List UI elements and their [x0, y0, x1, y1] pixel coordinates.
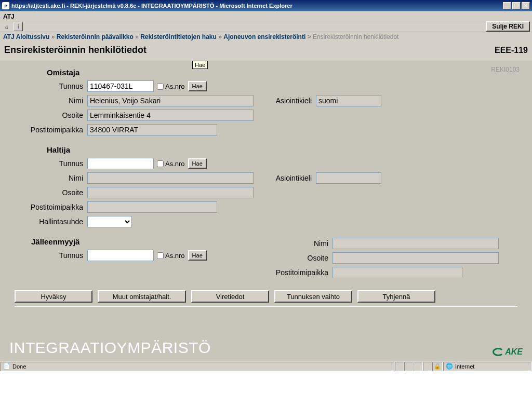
window-titlebar: e https://atjtesti.ake.fi - REKI-järjest…: [0, 0, 532, 11]
info-icon[interactable]: i: [14, 22, 23, 31]
sulje-reki-button[interactable]: Sulje REKI: [486, 21, 530, 32]
haltija-asnro-checkbox[interactable]: [157, 160, 164, 167]
page-id: EEE-119: [495, 46, 528, 55]
crumb-sep: »: [218, 33, 222, 40]
haltija-heading: Haltija: [47, 145, 522, 154]
label-osoite: Osoite: [260, 254, 332, 262]
home-icon[interactable]: ⌂: [2, 22, 11, 31]
jalleenmyyja-asnro-checkbox[interactable]: [157, 252, 164, 259]
haltija-osoite: [87, 187, 254, 198]
label-hallintasuhde: Hallintasuhde: [10, 218, 87, 226]
omistaja-hae-button[interactable]: Hae: [188, 81, 207, 91]
lock-cell: 🔒: [432, 362, 443, 371]
haltija-hallintasuhde-select[interactable]: [87, 216, 132, 227]
close-button[interactable]: ✕: [522, 2, 530, 9]
omistaja-nimi: Helenius, Veijo Sakari: [87, 95, 254, 106]
zone-text: Internet: [455, 363, 474, 370]
omistaja-tunnus-input[interactable]: [87, 80, 154, 92]
omistaja-asiointikieli: suomi: [316, 95, 381, 106]
crumb-ensirek[interactable]: Ajoneuvon ensirekisteröinti: [223, 33, 305, 40]
jalleenmyyja-heading: Jälleenmyyjä: [31, 237, 260, 246]
label-tunnus: Tunnus: [10, 82, 87, 90]
maximize-button[interactable]: ❐: [512, 2, 521, 9]
jalleenmyyja-postitoimipaikka: [332, 267, 462, 278]
globe-icon: 🌐: [446, 363, 453, 370]
label-nimi: Nimi: [10, 174, 87, 182]
haltija-hae-button[interactable]: Hae: [188, 158, 207, 169]
jalleenmyyja-osoite: [332, 252, 499, 264]
breadcrumbs: ATJ Aloitussivu » Rekisteröinnin päävali…: [0, 32, 532, 43]
crumb-aloitus[interactable]: ATJ Aloitussivu: [3, 33, 49, 40]
crumb-sep: »: [51, 33, 55, 40]
crumb-paavalikko[interactable]: Rekisteröinnin päävalikko: [57, 33, 134, 40]
label-nimi: Nimi: [10, 97, 87, 105]
section-omistaja: Omistaja Tunnus As.nro Hae Hae Nimi Hele…: [10, 68, 522, 136]
haltija-tunnus-input[interactable]: [87, 158, 154, 169]
tunnuksen-vaihto-button[interactable]: Tunnuksen vaihto: [274, 290, 352, 303]
ake-logo: AKE: [493, 347, 523, 357]
page-header: Ensirekisteröinnin henkilötiedot EEE-119: [0, 43, 532, 61]
haltija-asiointikieli: [316, 172, 381, 184]
label-postitoimipaikka: Postitoimipaikka: [260, 268, 332, 277]
toolbar: ⌂ i Sulje REKI: [0, 21, 532, 32]
haltija-nimi: [87, 172, 254, 184]
crumb-sep: >: [308, 33, 313, 40]
status-cell: [414, 362, 423, 371]
omistaja-postitoimipaikka: 34800 VIRRAT: [87, 124, 217, 135]
page-title: Ensirekisteröinnin henkilötiedot: [4, 45, 495, 56]
crumb-sep: »: [135, 33, 139, 40]
status-zone: 🌐 Internet: [443, 362, 531, 371]
ie-icon: e: [2, 2, 9, 9]
jalleenmyyja-hae-button[interactable]: Hae: [188, 250, 207, 261]
status-cell: [395, 362, 404, 371]
label-postitoimipaikka: Postitoimipaikka: [10, 126, 87, 134]
haltija-postitoimipaikka: [87, 201, 217, 213]
action-buttons: Hyväksy Muut omistajat/halt. Viretiedot …: [15, 290, 517, 303]
hae-tooltip: Hae: [192, 61, 208, 69]
omistaja-asnro-wrap[interactable]: As.nro: [157, 83, 185, 90]
status-left: 📄 Done: [1, 362, 394, 371]
label-tunnus: Tunnus: [10, 159, 87, 168]
minimize-button[interactable]: _: [503, 2, 511, 9]
jalleenmyyja-tunnus-input[interactable]: [87, 250, 154, 261]
crumb-haku[interactable]: Rekisteröintitietojen haku: [140, 33, 217, 40]
hyvaksy-button[interactable]: Hyväksy: [15, 290, 92, 303]
content-area: REKI0103 Omistaja Tunnus As.nro Hae Hae …: [0, 61, 532, 361]
window-buttons: _ ❐ ✕: [503, 2, 530, 9]
ake-swirl-icon: [493, 348, 504, 356]
window-title: https://atjtesti.ake.fi - REKI-järjestel…: [11, 3, 503, 9]
jalleenmyyja-asnro-wrap[interactable]: As.nro: [157, 252, 185, 260]
jalleenmyyja-nimi: [332, 238, 499, 249]
document-icon: 📄: [3, 363, 10, 370]
label-tunnus: Tunnus: [10, 251, 87, 260]
label-postitoimipaikka: Postitoimipaikka: [10, 203, 87, 211]
divider: [15, 306, 517, 307]
status-cell: [404, 362, 414, 371]
crumb-current: Ensirekisteröinnin henkilötiedot: [313, 33, 398, 40]
haltija-asnro-wrap[interactable]: As.nro: [157, 160, 185, 168]
lock-icon: 🔒: [434, 363, 441, 370]
status-bar: 📄 Done 🔒 🌐 Internet: [0, 361, 532, 371]
section-jalleenmyyja: Jälleenmyyjä Tunnus As.nro Hae Nimi: [10, 237, 522, 281]
label-nimi: Nimi: [260, 239, 332, 248]
muut-omistajat-button[interactable]: Muut omistajat/halt.: [98, 290, 186, 303]
environment-label: INTEGRAATIOYMPÄRISTÖ: [9, 339, 211, 357]
omistaja-heading: Omistaja: [47, 68, 522, 77]
label-osoite: Osoite: [10, 188, 87, 197]
omistaja-osoite: Lemminkäisentie 4: [87, 110, 254, 121]
app-menubar: ATJ: [0, 11, 532, 21]
viretiedot-button[interactable]: Viretiedot: [191, 290, 269, 303]
label-osoite: Osoite: [10, 111, 87, 119]
tyhjenna-button[interactable]: Tyhjennä: [357, 290, 435, 303]
content-footer: INTEGRAATIOYMPÄRISTÖ AKE: [9, 339, 523, 357]
omistaja-asnro-checkbox[interactable]: [157, 83, 164, 90]
app-label[interactable]: ATJ: [3, 13, 15, 20]
section-haltija: Haltija Tunnus As.nro Hae Nimi Asiointik…: [10, 145, 522, 228]
status-text: Done: [12, 363, 26, 370]
label-asiointikieli: Asiointikieli: [254, 174, 316, 182]
label-asiointikieli: Asiointikieli: [254, 97, 316, 105]
status-cell: [423, 362, 432, 371]
